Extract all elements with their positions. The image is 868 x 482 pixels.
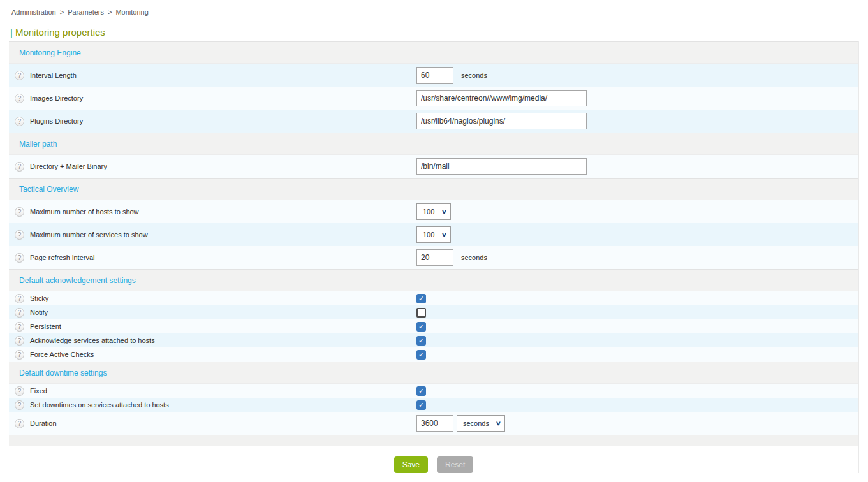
- help-icon[interactable]: ?: [15, 117, 24, 126]
- field-label: Acknowledge services attached to hosts: [30, 337, 155, 344]
- field-label: Persistent: [30, 323, 61, 330]
- field-label: Set downtimes on services attached to ho…: [30, 401, 169, 409]
- field-label: Fixed: [30, 387, 47, 395]
- row-ack-services: ? Acknowledge services attached to hosts: [9, 333, 858, 347]
- reset-button[interactable]: Reset: [437, 456, 473, 473]
- breadcrumb: Administration>Parameters>Monitoring: [0, 0, 868, 16]
- field-label: Directory + Mailer Binary: [30, 163, 107, 170]
- field-label: Images Directory: [30, 94, 83, 102]
- page-title: |Monitoring properties: [10, 27, 868, 38]
- form-actions: Save Reset: [9, 456, 858, 473]
- max-services-select[interactable]: 100 ∨: [416, 226, 451, 243]
- help-icon[interactable]: ?: [15, 162, 24, 172]
- field-label: Plugins Directory: [30, 117, 83, 125]
- persistent-checkbox[interactable]: [416, 322, 426, 332]
- duration-input[interactable]: [416, 415, 453, 432]
- help-icon[interactable]: ?: [15, 94, 24, 103]
- row-notify: ? Notify: [9, 305, 858, 319]
- select-value: 100: [423, 208, 434, 215]
- breadcrumb-item-parameters[interactable]: Parameters: [68, 8, 104, 16]
- row-downtime-services: ? Set downtimes on services attached to …: [9, 398, 858, 412]
- select-value: seconds: [463, 420, 489, 427]
- row-page-refresh: ? Page refresh interval seconds: [9, 246, 858, 269]
- mailer-binary-input[interactable]: [416, 158, 587, 175]
- help-icon[interactable]: ?: [15, 308, 24, 318]
- chevron-down-icon: ∨: [496, 420, 501, 427]
- chevron-down-icon: ∨: [441, 208, 447, 215]
- ack-services-checkbox[interactable]: [416, 336, 426, 346]
- breadcrumb-item-administration[interactable]: Administration: [11, 8, 56, 16]
- fixed-checkbox[interactable]: [416, 386, 426, 396]
- row-max-hosts: ? Maximum number of hosts to show 100 ∨: [9, 200, 858, 223]
- interval-length-input[interactable]: [416, 67, 453, 84]
- field-label: Maximum number of services to show: [30, 231, 148, 238]
- help-icon[interactable]: ?: [15, 419, 24, 428]
- help-icon[interactable]: ?: [15, 71, 24, 80]
- title-pipe: |: [10, 27, 13, 38]
- field-label: Notify: [30, 309, 48, 316]
- sticky-checkbox[interactable]: [416, 294, 426, 303]
- force-active-checks-checkbox[interactable]: [416, 350, 426, 360]
- row-duration: ? Duration seconds ∨: [9, 412, 858, 435]
- page-refresh-input[interactable]: [416, 249, 453, 266]
- chevron-down-icon: ∨: [441, 231, 447, 238]
- help-icon[interactable]: ?: [15, 350, 24, 360]
- section-title: Default acknowledgement settings: [19, 276, 136, 285]
- section-header-tactical-overview: Tactical Overview: [9, 178, 858, 200]
- help-icon[interactable]: ?: [15, 230, 24, 240]
- duration-unit-select[interactable]: seconds ∨: [457, 415, 505, 432]
- images-directory-input[interactable]: [416, 90, 587, 106]
- section-title: Monitoring Engine: [19, 48, 81, 57]
- notify-checkbox[interactable]: [416, 308, 426, 318]
- section-header-mailer-path: Mailer path: [9, 133, 858, 155]
- unit-label: seconds: [461, 254, 487, 261]
- row-force-active-checks: ? Force Active Checks: [9, 347, 858, 362]
- field-label: Force Active Checks: [30, 351, 94, 358]
- row-mailer-binary: ? Directory + Mailer Binary: [9, 155, 858, 178]
- downtime-services-checkbox[interactable]: [416, 400, 426, 410]
- save-button[interactable]: Save: [394, 456, 428, 473]
- plugins-directory-input[interactable]: [416, 113, 587, 129]
- breadcrumb-separator: >: [108, 8, 112, 16]
- row-persistent: ? Persistent: [9, 319, 858, 333]
- field-label: Sticky: [30, 295, 48, 302]
- unit-label: seconds: [461, 71, 487, 79]
- section-title: Default downtime settings: [19, 369, 107, 377]
- section-header-default-downtime: Default downtime settings: [9, 362, 858, 384]
- row-plugins-directory: ? Plugins Directory: [9, 110, 858, 133]
- field-label: Interval Length: [30, 71, 77, 79]
- section-title: Mailer path: [19, 140, 57, 149]
- help-icon[interactable]: ?: [15, 294, 24, 303]
- field-label: Duration: [30, 420, 57, 427]
- field-label: Maximum number of hosts to show: [30, 208, 139, 215]
- help-icon[interactable]: ?: [15, 322, 24, 332]
- help-icon[interactable]: ?: [15, 253, 24, 263]
- row-sticky: ? Sticky: [9, 291, 858, 305]
- select-value: 100: [423, 231, 434, 238]
- row-max-services: ? Maximum number of services to show 100…: [9, 223, 858, 246]
- help-icon[interactable]: ?: [15, 207, 24, 217]
- row-fixed: ? Fixed: [9, 384, 858, 398]
- help-icon[interactable]: ?: [15, 386, 24, 396]
- field-label: Page refresh interval: [30, 254, 95, 261]
- help-icon[interactable]: ?: [15, 336, 24, 346]
- max-hosts-select[interactable]: 100 ∨: [416, 203, 451, 220]
- footer-strip: [9, 435, 858, 446]
- help-icon[interactable]: ?: [15, 400, 24, 410]
- section-header-monitoring-engine: Monitoring Engine: [9, 41, 858, 64]
- row-images-directory: ? Images Directory: [9, 87, 858, 110]
- row-interval-length: ? Interval Length seconds: [9, 64, 858, 87]
- monitoring-properties-form: Monitoring Engine ? Interval Length seco…: [9, 41, 859, 473]
- title-text: Monitoring properties: [15, 27, 105, 38]
- breadcrumb-item-monitoring[interactable]: Monitoring: [115, 8, 148, 16]
- breadcrumb-separator: >: [60, 8, 64, 16]
- section-header-default-acknowledgement: Default acknowledgement settings: [9, 269, 858, 291]
- section-title: Tactical Overview: [19, 185, 78, 194]
